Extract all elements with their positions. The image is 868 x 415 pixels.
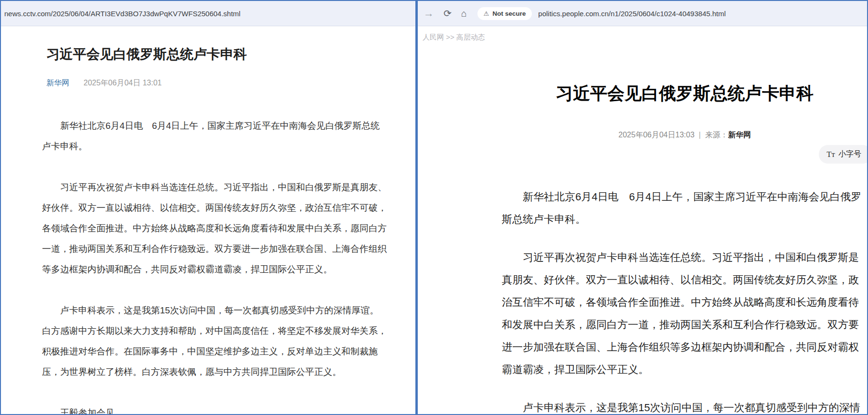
article-title: 习近平会见白俄罗斯总统卢卡申科 [502, 83, 868, 104]
article-paragraph: 新华社北京6月4日电 6月4日上午，国家主席习近平在中南海会见白俄罗斯总统卢卡申… [42, 115, 388, 156]
source-link[interactable]: 新华网 [728, 131, 751, 139]
article-meta: 新华网 2025年06月04日 13:01 [46, 78, 388, 88]
cctv-article: 习近平会见白俄罗斯总统卢卡申科 新华网 2025年06月04日 13:01 新华… [1, 26, 415, 415]
people-browser-window: → ⟳ ⌂ ⚠ Not secure politics.people.com.c… [416, 0, 868, 415]
forward-icon[interactable]: → [423, 8, 434, 19]
breadcrumb-bar: 人民网 >> 高层动态 [418, 26, 867, 48]
article-title: 习近平会见白俄罗斯总统卢卡申科 [46, 45, 388, 63]
publish-date: 2025年06月04日13:03 [618, 131, 694, 139]
font-size-button[interactable]: Tᴛ 小字号 [819, 145, 868, 164]
breadcrumb[interactable]: 人民网 >> 高层动态 [423, 33, 485, 42]
publish-date: 2025年06月04日 13:01 [84, 78, 162, 88]
font-size-icon: Tᴛ [826, 150, 835, 158]
article-paragraph: 习近平再次祝贺卢卡申科当选连任总统。习近平指出，中国和白俄罗斯是真朋友、好伙伴。… [502, 246, 868, 381]
meta-separator: | [699, 131, 701, 139]
cctv-url-text[interactable]: news.cctv.com/2025/06/04/ARTI3EVd3BO7J3d… [4, 10, 241, 18]
home-icon[interactable]: ⌂ [461, 9, 467, 18]
cctv-browser-window: news.cctv.com/2025/06/04/ARTI3EVd3BO7J3d… [0, 0, 416, 415]
site-security-badge[interactable]: ⚠ Not secure [477, 7, 532, 20]
article-paragraph: 王毅参加会见。 [42, 403, 388, 415]
article-paragraph: 习近平再次祝贺卢卡申科当选连任总统。习近平指出，中国和白俄罗斯是真朋友、好伙伴。… [42, 177, 388, 280]
source-link[interactable]: 新华网 [46, 78, 69, 88]
warning-icon: ⚠ [484, 10, 489, 17]
cctv-address-bar[interactable]: news.cctv.com/2025/06/04/ARTI3EVd3BO7J3d… [1, 1, 415, 26]
article-paragraph: 新华社北京6月4日电 6月4日上午，国家主席习近平在中南海会见白俄罗斯总统卢卡申… [502, 186, 868, 230]
security-badge-label: Not secure [493, 10, 526, 17]
font-size-button-label: 小字号 [838, 149, 861, 159]
article-meta: 2025年06月04日13:03|来源：新华网 [502, 130, 868, 140]
article-paragraph: 卢卡申科表示，这是我第15次访问中国，每一次都真切感受到中方的深情厚谊。白方感谢… [502, 396, 868, 415]
people-url-text[interactable]: politics.people.com.cn/n1/2025/0604/c102… [538, 10, 726, 18]
people-article: 习近平会见白俄罗斯总统卢卡申科 2025年06月04日13:03|来源：新华网 … [502, 83, 868, 415]
people-toolbar: → ⟳ ⌂ ⚠ Not secure politics.people.com.c… [418, 1, 867, 26]
source-label: 来源： [705, 131, 728, 139]
reload-icon[interactable]: ⟳ [444, 9, 452, 18]
article-paragraph: 卢卡申科表示，这是我第15次访问中国，每一次都真切感受到中方的深情厚谊。白方感谢… [42, 300, 388, 382]
